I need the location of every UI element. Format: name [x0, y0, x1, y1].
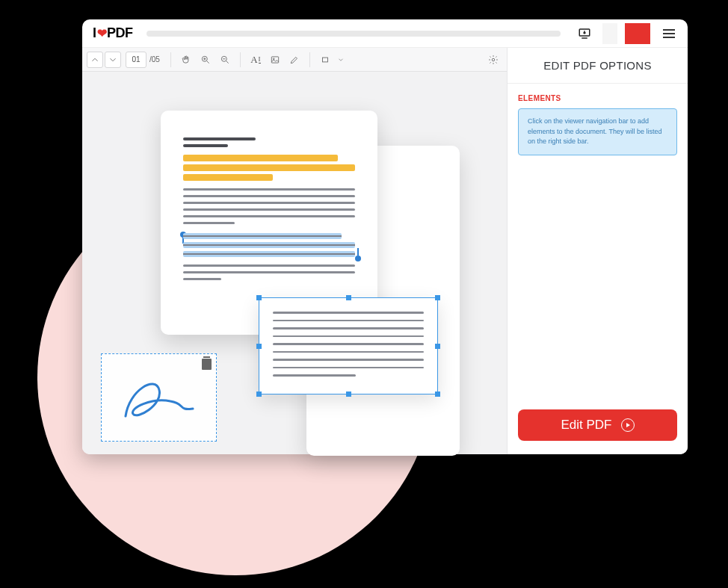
draw-tool-icon[interactable]	[286, 52, 303, 68]
highlight-yellow	[183, 174, 273, 181]
arrow-right-circle-icon	[621, 418, 635, 432]
resize-handle-icon[interactable]	[435, 392, 440, 397]
header-progress-bar	[146, 31, 561, 37]
resize-handle-icon[interactable]	[256, 295, 262, 300]
highlight-yellow	[183, 164, 355, 171]
shape-tool-icon[interactable]	[316, 52, 334, 68]
image-tool-icon[interactable]	[266, 52, 284, 68]
header-action-red[interactable]	[625, 23, 650, 44]
logo[interactable]: I ❤ PDF	[93, 25, 133, 41]
next-page-button[interactable]	[105, 52, 121, 68]
text-tool-icon[interactable]: AI	[247, 52, 265, 68]
resize-handle-icon[interactable]	[346, 295, 351, 300]
resize-handle-icon[interactable]	[435, 344, 440, 349]
menu-icon[interactable]	[658, 23, 680, 44]
options-panel: EDIT PDF OPTIONS ELEMENTS Click on the v…	[507, 48, 688, 454]
text-selection-blue[interactable]	[183, 233, 355, 257]
prev-page-button[interactable]	[87, 52, 103, 68]
desktop-download-icon[interactable]	[574, 23, 595, 44]
hand-tool-icon[interactable]	[177, 52, 195, 68]
editor-toolbar: /05 AI	[82, 48, 507, 72]
svg-rect-3	[271, 56, 278, 62]
settings-icon[interactable]	[484, 52, 502, 68]
page-total: /05	[149, 55, 160, 64]
panel-title: EDIT PDF OPTIONS	[508, 48, 688, 84]
elements-label: ELEMENTS	[518, 94, 677, 102]
separator	[240, 52, 241, 67]
resize-handle-icon[interactable]	[346, 392, 351, 397]
header: I ❤ PDF	[82, 19, 688, 48]
separator	[309, 52, 310, 67]
resize-handle-icon[interactable]	[256, 392, 262, 397]
header-spacer-grey	[602, 23, 617, 44]
highlight-yellow	[183, 155, 338, 161]
resize-handle-icon[interactable]	[435, 295, 440, 300]
selection-handle-icon[interactable]	[355, 256, 361, 261]
zoom-in-icon[interactable]	[197, 52, 215, 68]
text-box-selected[interactable]	[259, 297, 438, 394]
edit-pdf-button[interactable]: Edit PDF	[518, 409, 677, 441]
signature-icon	[114, 368, 204, 427]
separator	[170, 52, 171, 67]
elements-hint: Click on the viewer navigation bar to ad…	[518, 108, 677, 155]
heart-icon: ❤	[97, 26, 107, 40]
svg-rect-5	[322, 58, 327, 62]
panel-footer: Edit PDF	[508, 409, 688, 454]
panel-body: ELEMENTS Click on the viewer navigation …	[508, 84, 688, 409]
logo-pdf: PDF	[107, 25, 133, 41]
delete-icon[interactable]	[202, 359, 212, 370]
resize-handle-icon[interactable]	[256, 344, 262, 349]
shape-dropdown-icon[interactable]	[336, 52, 346, 68]
signature-box[interactable]	[101, 353, 217, 442]
zoom-out-icon[interactable]	[216, 52, 234, 68]
svg-point-6	[492, 58, 495, 61]
logo-i: I	[93, 25, 96, 41]
edit-pdf-button-label: Edit PDF	[561, 418, 611, 433]
page-number-input[interactable]	[126, 52, 146, 68]
